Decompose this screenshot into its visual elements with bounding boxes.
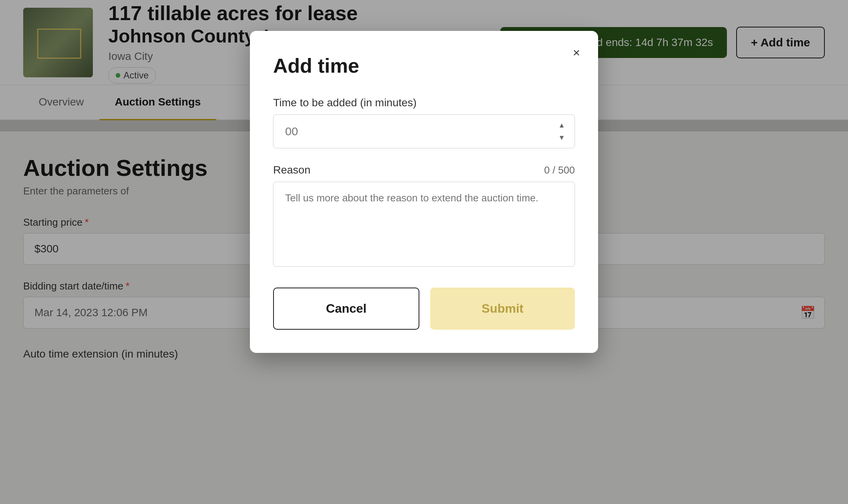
spinner-down-button[interactable]: ▼: [555, 132, 569, 143]
modal-overlay[interactable]: × Add time Time to be added (in minutes)…: [0, 0, 848, 504]
char-count: 0 / 500: [544, 164, 575, 176]
modal-actions: Cancel Submit: [273, 288, 575, 330]
spinner-up-button[interactable]: ▲: [555, 120, 569, 131]
reason-label: Reason: [273, 164, 311, 176]
add-time-modal: × Add time Time to be added (in minutes)…: [250, 31, 598, 353]
time-field-label: Time to be added (in minutes): [273, 97, 575, 109]
minutes-input-wrap: ▲ ▼: [273, 114, 575, 148]
submit-button[interactable]: Submit: [430, 288, 575, 330]
spinner-buttons: ▲ ▼: [555, 120, 569, 143]
modal-title: Add time: [273, 54, 575, 77]
minutes-input[interactable]: [273, 114, 575, 148]
cancel-button[interactable]: Cancel: [273, 288, 419, 330]
modal-close-button[interactable]: ×: [566, 43, 586, 63]
reason-header: Reason 0 / 500: [273, 164, 575, 176]
reason-textarea[interactable]: [273, 182, 575, 267]
